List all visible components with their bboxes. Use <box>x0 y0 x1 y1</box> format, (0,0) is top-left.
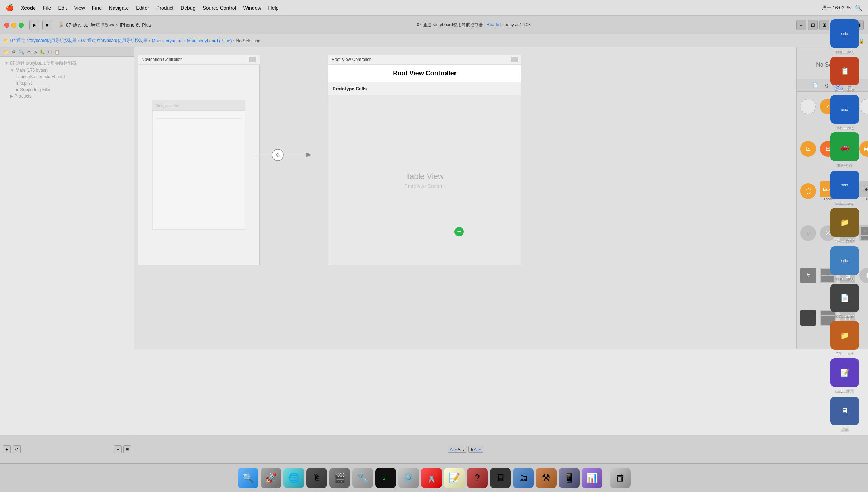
prototype-cells-bar: Prototype Cells <box>328 82 521 95</box>
nav-tab-debug[interactable]: 🐛 <box>40 49 45 55</box>
nav-tab-report[interactable]: 📋 <box>54 49 60 55</box>
bc-item-5: No Selection <box>236 38 261 43</box>
refresh-btn[interactable]: ↺ <box>13 445 21 453</box>
desktop-icon-4[interactable]: 🚗 车丹分享 <box>824 132 866 168</box>
bc-item-2[interactable]: 07-通过 storyboard使用导航控制器 <box>81 38 147 44</box>
nav-collapse-btn[interactable]: ─ <box>249 57 256 62</box>
dock-safari[interactable]: 🌐 <box>283 468 304 488</box>
nav-controller-title: Navigation Controller <box>142 57 182 62</box>
menu-edit[interactable]: Edit <box>58 5 67 11</box>
desktop-icon-10-label: ios1...试题 <box>835 388 854 394</box>
desktop-icon-8-text: 📄 <box>840 294 849 302</box>
menu-view[interactable]: View <box>74 5 85 11</box>
bc-item-3[interactable]: Main.storyboard <box>152 38 183 43</box>
editor-standard-btn[interactable]: ≡ <box>796 20 806 30</box>
dock-launchpad[interactable]: 🚀 <box>261 468 281 488</box>
menu-window[interactable]: Window <box>243 5 261 11</box>
file-item-project[interactable]: ▼ 07-通过 storyboard使用导航控制器 <box>3 60 131 67</box>
run-button[interactable]: ▶ <box>29 20 39 30</box>
nav-tab-folder[interactable]: 📁 <box>4 49 9 55</box>
editor-assistant-btn[interactable]: ⊡ <box>808 20 818 30</box>
desktop-icon-5-img: snip <box>830 171 859 199</box>
bc-item-1[interactable]: 07-通过 storyboard使用导航控制器 <box>10 38 77 44</box>
add-content-button[interactable]: + <box>454 227 464 236</box>
desktop-icon-3-label: snip....png <box>836 125 854 129</box>
dock-mindmap[interactable]: ✂️ <box>421 468 442 488</box>
dock-quicktime[interactable]: 🎬 <box>329 468 350 488</box>
lib-item-5[interactable]: ⊡ <box>799 136 817 161</box>
dock-tools[interactable]: ⚒ <box>536 468 557 488</box>
dock-simulator[interactable]: 📱 <box>559 468 580 488</box>
dock-files[interactable]: 🗂 <box>513 468 534 488</box>
dock-notes[interactable]: 📝 <box>444 468 465 488</box>
menu-debug[interactable]: Debug <box>181 5 195 11</box>
any-w-btn[interactable]: Any Any <box>448 446 467 453</box>
bc-item-4[interactable]: Main.storyboard (Base) <box>187 38 232 43</box>
menu-find[interactable]: Find <box>92 5 102 11</box>
desktop-icon-5[interactable]: snip snip....png <box>824 171 866 205</box>
insp-tab-file[interactable]: 📄 <box>810 80 820 90</box>
desktop-icon-desktop[interactable]: 🖥 桌面 <box>824 397 866 432</box>
nav-tab-source[interactable]: ⚙ <box>12 49 16 55</box>
menu-source-control[interactable]: Source Control <box>202 5 236 11</box>
apple-menu[interactable]: 🍎 <box>6 4 14 12</box>
lib-icon-hex: ⬡ <box>800 183 816 199</box>
desktop-icon-1-text: snip <box>841 32 848 36</box>
desktop-icon-8[interactable]: 📄 KSI...aster <box>824 284 866 318</box>
dock-stats[interactable]: 📊 <box>582 468 602 488</box>
dock-terminal[interactable]: $_ <box>375 468 396 488</box>
maximize-button[interactable] <box>19 23 24 28</box>
file-item-supporting[interactable]: ▶ Supporting Files <box>3 86 131 93</box>
desktop-icon-1[interactable]: snip snip....png <box>824 19 866 54</box>
scheme-selector[interactable]: 🏃 07-通过 st...导航控制器 › iPhone 6s Plus <box>58 22 151 28</box>
desktop-icon-3[interactable]: snip snip....png <box>824 95 866 129</box>
desktop-icon-10[interactable]: 📝 ios1...试题 <box>824 358 866 394</box>
root-vc-collapse-btn[interactable]: ─ <box>511 57 518 62</box>
nav-inner-content <box>153 111 245 126</box>
close-button[interactable] <box>4 23 9 28</box>
nav-tab-warning[interactable]: ⚠ <box>27 49 31 55</box>
lib-item-13[interactable]: ○ <box>799 221 817 246</box>
file-item-products[interactable]: ▶ Products <box>3 93 131 99</box>
dock-finder[interactable]: 🔍 <box>238 468 258 488</box>
desktop-icon-9[interactable]: 📁 ZJL...etail <box>824 321 866 355</box>
lib-item-17[interactable]: # <box>799 263 817 288</box>
desktop-icon-2[interactable]: 📋 第13...业准 <box>824 57 866 92</box>
nav-tab-test[interactable]: ▷ <box>34 49 37 55</box>
menu-search-icon[interactable]: 🔍 <box>855 4 862 11</box>
desktop-icon-6[interactable]: 📁 07-...(优化) <box>824 208 866 243</box>
lib-item-9[interactable]: ⬡ <box>799 179 817 204</box>
nav-tab-search[interactable]: 🔍 <box>19 49 24 55</box>
file-item-main[interactable]: ▼ Main (175 bytes) <box>3 67 131 74</box>
dock-sysprefs[interactable]: ⚙️ <box>398 468 419 488</box>
minimize-button[interactable] <box>11 23 16 28</box>
add-file-btn[interactable]: + <box>3 445 11 453</box>
dock-app2[interactable]: 🖥 <box>490 468 511 488</box>
dock-trash[interactable]: 🗑 <box>610 468 631 488</box>
lib-item-1[interactable] <box>799 94 817 119</box>
file-item-launchscreen[interactable]: LaunchScreen.storyboard <box>3 74 131 80</box>
desktop-icon-7[interactable]: snip snip....png <box>824 246 866 281</box>
dock-mouse[interactable]: 🖱 <box>306 468 327 488</box>
dock-utilities[interactable]: 🔧 <box>352 468 373 488</box>
desktop-icon-desktop-img: 🖥 <box>830 397 859 425</box>
menu-xcode[interactable]: Xcode <box>21 5 36 11</box>
grid-view-btn[interactable]: ⊞ <box>123 445 131 453</box>
menu-navigate[interactable]: Navigate <box>109 5 129 11</box>
nav-tab-breakpoint[interactable]: ⊙ <box>48 49 52 55</box>
device-separator: › <box>116 22 118 28</box>
desktop-icon-6-label: 07-...(优化) <box>835 238 854 243</box>
stop-button[interactable]: ■ <box>42 20 52 30</box>
menu-help[interactable]: Help <box>268 5 279 11</box>
desktop-icon-9-img: 📁 <box>830 321 859 350</box>
list-view-btn[interactable]: ≡ <box>114 445 122 453</box>
lib-item-21[interactable] <box>799 305 817 330</box>
menu-editor[interactable]: Editor <box>136 5 149 11</box>
any-h-btn[interactable]: h Any <box>468 446 483 453</box>
dock-app1[interactable]: ? <box>467 468 488 488</box>
menu-product[interactable]: Product <box>156 5 173 11</box>
scheme-name: 07-通过 st...导航控制器 <box>66 22 114 28</box>
file-item-info[interactable]: Info.plist <box>3 80 131 86</box>
menu-file[interactable]: File <box>43 5 51 11</box>
dock: 🔍 🚀 🌐 🖱 🎬 🔧 $_ ⚙️ ✂️ 📝 ? 🖥 🗂 ⚒ 📱 📊 🗑 <box>0 463 868 492</box>
